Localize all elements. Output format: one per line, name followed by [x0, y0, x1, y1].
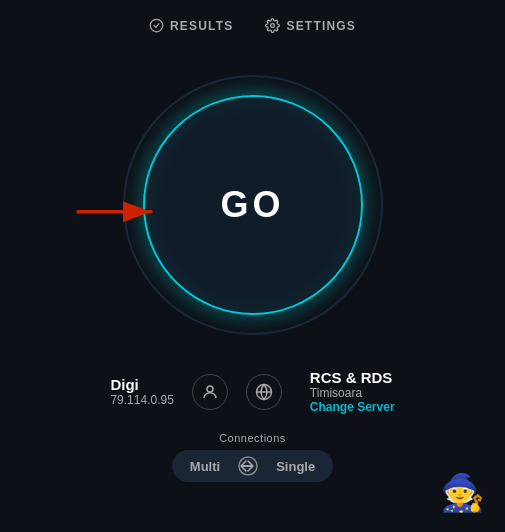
change-server-link[interactable]: Change Server — [310, 400, 395, 414]
gear-icon — [265, 18, 280, 33]
go-button[interactable]: GO — [220, 184, 284, 226]
speed-test-area: GO — [103, 55, 403, 355]
arrow-container — [73, 192, 163, 236]
isp-info: Digi 79.114.0.95 — [110, 376, 173, 407]
user-icon — [201, 383, 219, 401]
server-info: RCS & RDS Timisoara Change Server — [310, 369, 395, 414]
multi-option[interactable]: Multi — [190, 459, 220, 474]
single-option[interactable]: Single — [276, 459, 315, 474]
connections-label: Connections — [219, 432, 286, 444]
svg-point-4 — [207, 386, 213, 392]
connections-arrows-icon — [234, 456, 262, 476]
top-nav: RESULTS SETTINGS — [0, 0, 505, 45]
settings-label: SETTINGS — [286, 19, 356, 33]
results-nav-item[interactable]: RESULTS — [149, 18, 234, 33]
isp-name: Digi — [110, 376, 138, 393]
watermark: 🧙 — [440, 472, 485, 514]
user-icon-circle — [192, 374, 228, 410]
svg-point-0 — [150, 19, 163, 32]
connections-section: Connections Multi Single — [172, 432, 333, 482]
ip-address: 79.114.0.95 — [110, 393, 173, 407]
server-name: RCS & RDS — [310, 369, 393, 386]
connections-icon — [234, 456, 262, 476]
results-label: RESULTS — [170, 19, 234, 33]
check-circle-icon — [149, 18, 164, 33]
globe-icon — [255, 383, 273, 401]
globe-icon-circle — [246, 374, 282, 410]
svg-point-1 — [271, 24, 275, 28]
settings-nav-item[interactable]: SETTINGS — [265, 18, 356, 33]
info-row: Digi 79.114.0.95 RCS & RDS Timisoara Cha… — [0, 369, 505, 414]
server-city: Timisoara — [310, 386, 362, 400]
connections-toggle: Multi Single — [172, 450, 333, 482]
red-arrow-icon — [73, 192, 163, 232]
